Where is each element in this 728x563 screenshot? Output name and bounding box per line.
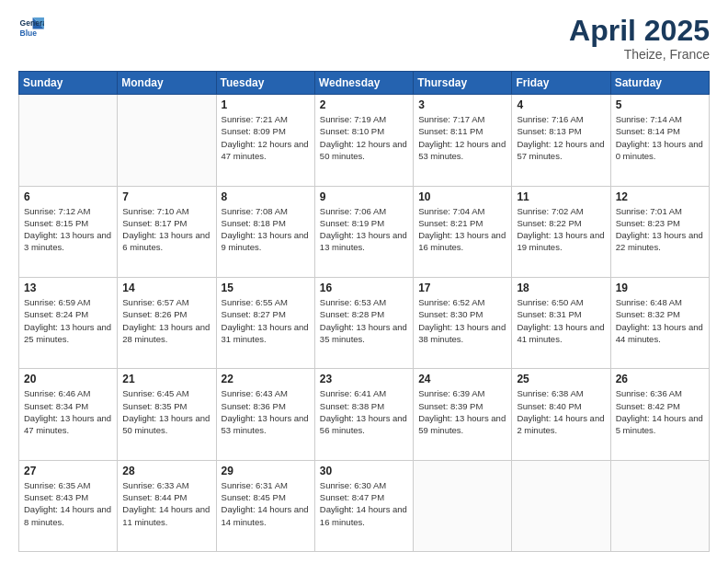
calendar-cell: 28Sunrise: 6:33 AM Sunset: 8:44 PM Dayli… [118, 460, 216, 551]
calendar-week-2: 13Sunrise: 6:59 AM Sunset: 8:24 PM Dayli… [19, 277, 710, 368]
day-number: 9 [320, 190, 408, 203]
day-header-sunday: Sunday [19, 72, 118, 95]
day-header-monday: Monday [118, 72, 216, 95]
day-number: 25 [517, 373, 605, 385]
cell-info: Sunrise: 6:48 AM Sunset: 8:32 PM Dayligh… [616, 296, 704, 345]
calendar-cell: 27Sunrise: 6:35 AM Sunset: 8:43 PM Dayli… [19, 460, 118, 551]
day-number: 24 [418, 373, 506, 385]
header: General Blue April 2025 Theize, France [18, 15, 710, 62]
day-header-friday: Friday [512, 72, 610, 95]
calendar-cell: 30Sunrise: 6:30 AM Sunset: 8:47 PM Dayli… [314, 460, 413, 551]
calendar-cell: 16Sunrise: 6:53 AM Sunset: 8:28 PM Dayli… [314, 277, 413, 368]
calendar-cell: 5Sunrise: 7:14 AM Sunset: 8:14 PM Daylig… [610, 95, 709, 186]
day-number: 15 [222, 282, 310, 294]
calendar-cell [118, 95, 216, 186]
calendar-cell: 14Sunrise: 6:57 AM Sunset: 8:26 PM Dayli… [118, 277, 216, 368]
calendar-cell: 4Sunrise: 7:16 AM Sunset: 8:13 PM Daylig… [512, 95, 610, 186]
cell-info: Sunrise: 7:17 AM Sunset: 8:11 PM Dayligh… [418, 113, 506, 162]
calendar-cell: 21Sunrise: 6:45 AM Sunset: 8:35 PM Dayli… [118, 369, 216, 460]
cell-info: Sunrise: 7:19 AM Sunset: 8:10 PM Dayligh… [320, 113, 408, 162]
day-number: 26 [616, 373, 704, 385]
cell-info: Sunrise: 6:30 AM Sunset: 8:47 PM Dayligh… [320, 479, 408, 528]
calendar-cell: 9Sunrise: 7:06 AM Sunset: 8:19 PM Daylig… [314, 186, 413, 277]
calendar-cell [512, 460, 610, 551]
day-header-saturday: Saturday [610, 72, 709, 95]
logo-icon: General Blue [18, 15, 44, 40]
cell-info: Sunrise: 6:35 AM Sunset: 8:43 PM Dayligh… [24, 479, 112, 528]
cell-info: Sunrise: 7:12 AM Sunset: 8:15 PM Dayligh… [24, 205, 112, 254]
day-number: 13 [24, 282, 112, 294]
cell-info: Sunrise: 6:46 AM Sunset: 8:34 PM Dayligh… [24, 387, 112, 436]
cell-info: Sunrise: 6:38 AM Sunset: 8:40 PM Dayligh… [517, 387, 605, 436]
cell-info: Sunrise: 6:31 AM Sunset: 8:45 PM Dayligh… [222, 479, 310, 528]
calendar-cell: 12Sunrise: 7:01 AM Sunset: 8:23 PM Dayli… [610, 186, 709, 277]
cell-info: Sunrise: 6:59 AM Sunset: 8:24 PM Dayligh… [24, 296, 112, 345]
calendar-cell: 15Sunrise: 6:55 AM Sunset: 8:27 PM Dayli… [216, 277, 314, 368]
cell-info: Sunrise: 6:41 AM Sunset: 8:38 PM Dayligh… [320, 387, 408, 436]
calendar-cell: 17Sunrise: 6:52 AM Sunset: 8:30 PM Dayli… [414, 277, 512, 368]
calendar-cell: 1Sunrise: 7:21 AM Sunset: 8:09 PM Daylig… [216, 95, 314, 186]
cell-info: Sunrise: 7:14 AM Sunset: 8:14 PM Dayligh… [616, 113, 704, 162]
cell-info: Sunrise: 6:57 AM Sunset: 8:26 PM Dayligh… [122, 296, 210, 345]
day-number: 8 [222, 190, 310, 203]
calendar-cell [414, 460, 512, 551]
day-header-wednesday: Wednesday [314, 72, 413, 95]
day-number: 17 [418, 282, 506, 294]
day-number: 14 [122, 282, 210, 294]
calendar-cell: 6Sunrise: 7:12 AM Sunset: 8:15 PM Daylig… [19, 186, 118, 277]
cell-info: Sunrise: 7:02 AM Sunset: 8:22 PM Dayligh… [517, 205, 605, 254]
cell-info: Sunrise: 6:52 AM Sunset: 8:30 PM Dayligh… [418, 296, 506, 345]
svg-text:General: General [20, 18, 44, 28]
calendar-cell: 13Sunrise: 6:59 AM Sunset: 8:24 PM Dayli… [19, 277, 118, 368]
calendar-cell: 20Sunrise: 6:46 AM Sunset: 8:34 PM Dayli… [19, 369, 118, 460]
cell-info: Sunrise: 7:16 AM Sunset: 8:13 PM Dayligh… [517, 113, 605, 162]
cell-info: Sunrise: 7:08 AM Sunset: 8:18 PM Dayligh… [222, 205, 310, 254]
day-header-tuesday: Tuesday [216, 72, 314, 95]
day-number: 19 [616, 282, 704, 294]
calendar-cell: 29Sunrise: 6:31 AM Sunset: 8:45 PM Dayli… [216, 460, 314, 551]
calendar-table: SundayMondayTuesdayWednesdayThursdayFrid… [18, 71, 710, 552]
day-number: 1 [222, 98, 310, 111]
day-number: 22 [222, 373, 310, 385]
calendar-cell: 24Sunrise: 6:39 AM Sunset: 8:39 PM Dayli… [414, 369, 512, 460]
day-number: 28 [122, 465, 210, 477]
day-header-thursday: Thursday [414, 72, 512, 95]
cell-info: Sunrise: 7:21 AM Sunset: 8:09 PM Dayligh… [222, 113, 310, 162]
day-number: 30 [320, 465, 408, 477]
day-number: 6 [24, 190, 112, 203]
cell-info: Sunrise: 7:10 AM Sunset: 8:17 PM Dayligh… [122, 205, 210, 254]
svg-text:Blue: Blue [20, 29, 38, 38]
page: General Blue April 2025 Theize, France S… [0, 0, 728, 563]
title-location: Theize, France [569, 47, 710, 62]
calendar-cell: 25Sunrise: 6:38 AM Sunset: 8:40 PM Dayli… [512, 369, 610, 460]
day-number: 7 [122, 190, 210, 203]
title-block: April 2025 Theize, France [569, 15, 710, 62]
day-number: 2 [320, 98, 408, 111]
day-number: 16 [320, 282, 408, 294]
calendar-cell: 3Sunrise: 7:17 AM Sunset: 8:11 PM Daylig… [414, 95, 512, 186]
cell-info: Sunrise: 7:01 AM Sunset: 8:23 PM Dayligh… [616, 205, 704, 254]
logo: General Blue [18, 15, 44, 40]
calendar-cell [19, 95, 118, 186]
cell-info: Sunrise: 6:45 AM Sunset: 8:35 PM Dayligh… [122, 387, 210, 436]
cell-info: Sunrise: 7:06 AM Sunset: 8:19 PM Dayligh… [320, 205, 408, 254]
calendar-cell [610, 460, 709, 551]
cell-info: Sunrise: 6:43 AM Sunset: 8:36 PM Dayligh… [222, 387, 310, 436]
day-number: 12 [616, 190, 704, 203]
cell-info: Sunrise: 6:53 AM Sunset: 8:28 PM Dayligh… [320, 296, 408, 345]
day-number: 10 [418, 190, 506, 203]
day-number: 11 [517, 190, 605, 203]
calendar-cell: 22Sunrise: 6:43 AM Sunset: 8:36 PM Dayli… [216, 369, 314, 460]
calendar-week-3: 20Sunrise: 6:46 AM Sunset: 8:34 PM Dayli… [19, 369, 710, 460]
cell-info: Sunrise: 6:33 AM Sunset: 8:44 PM Dayligh… [122, 479, 210, 528]
cell-info: Sunrise: 6:55 AM Sunset: 8:27 PM Dayligh… [222, 296, 310, 345]
calendar-cell: 7Sunrise: 7:10 AM Sunset: 8:17 PM Daylig… [118, 186, 216, 277]
calendar-week-0: 1Sunrise: 7:21 AM Sunset: 8:09 PM Daylig… [19, 95, 710, 186]
cell-info: Sunrise: 6:36 AM Sunset: 8:42 PM Dayligh… [616, 387, 704, 436]
day-number: 3 [418, 98, 506, 111]
day-number: 27 [24, 465, 112, 477]
calendar-cell: 10Sunrise: 7:04 AM Sunset: 8:21 PM Dayli… [414, 186, 512, 277]
calendar-cell: 18Sunrise: 6:50 AM Sunset: 8:31 PM Dayli… [512, 277, 610, 368]
header-row: SundayMondayTuesdayWednesdayThursdayFrid… [19, 72, 710, 95]
cell-info: Sunrise: 6:50 AM Sunset: 8:31 PM Dayligh… [517, 296, 605, 345]
